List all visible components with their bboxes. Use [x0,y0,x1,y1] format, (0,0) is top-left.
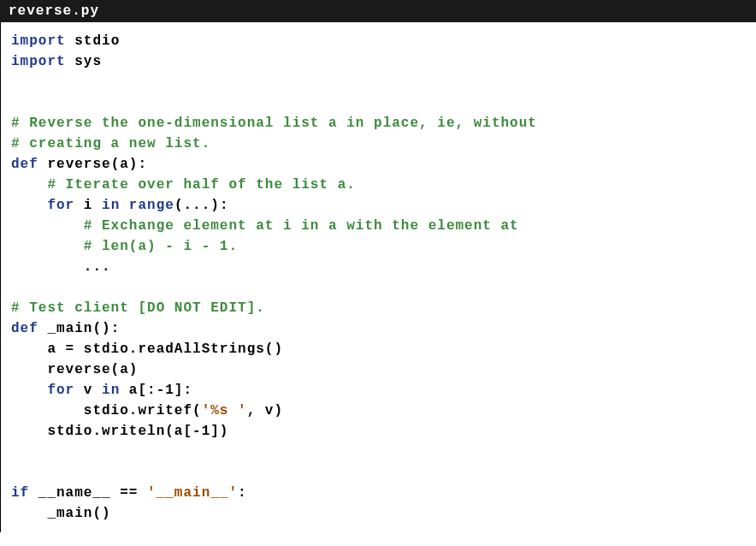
code-line: reverse(a) [47,362,138,377]
comment-line: # Exchange element at i in a with the el… [84,218,519,234]
string-literal: '__main__' [147,485,238,501]
keyword-in: in [102,198,120,213]
function-name: _main(): [47,321,120,336]
builtin-range: range [129,198,174,213]
module-sys: sys [74,54,102,69]
code-line: stdio.writef( [84,403,202,418]
string-literal: '%s ' [202,403,247,418]
colon: : [238,485,247,501]
module-stdio: stdio [74,33,120,49]
code-line: _main() [47,506,110,521]
keyword-for: for [47,383,74,398]
file-header: reverse.py [0,0,756,22]
comment-line: # Reverse the one-dimensional list a in … [11,116,537,131]
keyword-import: import [11,54,66,69]
keyword-for: for [47,198,74,213]
slice-expr: a[:-1]: [129,383,192,398]
loop-var: v [84,383,93,398]
keyword-def: def [11,321,38,336]
keyword-if: if [11,485,29,501]
range-args: (...): [174,198,229,213]
code-line: , v) [247,403,283,418]
function-name: reverse(a): [47,157,147,172]
code-line: a = stdio.readAllStrings() [47,341,283,357]
keyword-import: import [11,33,66,49]
keyword-in: in [102,383,120,398]
filename: reverse.py [9,3,99,19]
comment-line: # Iterate over half of the list a. [47,177,355,193]
comment-line: # len(a) - i - 1. [84,239,238,254]
ellipsis: ... [84,259,111,275]
keyword-def: def [11,157,38,172]
comment-line: # creating a new list. [11,136,210,151]
code-block: import stdio import sys # Reverse the on… [0,22,756,532]
comment-line: # Test client [DO NOT EDIT]. [11,300,265,316]
code-line: stdio.writeln(a[-1]) [47,424,228,439]
dunder-name: __name__ == [38,485,139,501]
loop-var: i [84,198,93,213]
